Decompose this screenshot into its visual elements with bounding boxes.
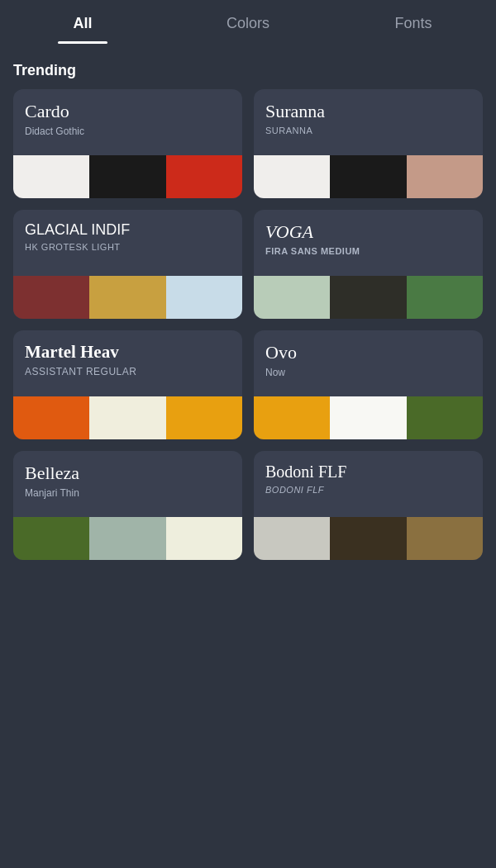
card-subtitle-ovo: Now	[265, 367, 471, 378]
swatch-ovo-1	[330, 396, 406, 439]
swatch-voga-1	[330, 276, 406, 319]
swatch-glacial-2	[166, 276, 242, 319]
card-subtitle-suranna: SURANNA	[265, 126, 471, 135]
card-ovo[interactable]: OvoNow	[254, 330, 483, 439]
color-row-cardo	[13, 155, 242, 198]
cards-grid: CardoDidact GothicSurannaSURANNAGLACIAL …	[0, 89, 496, 573]
swatch-ovo-2	[407, 396, 483, 439]
swatch-cardo-1	[89, 155, 165, 198]
card-title-martel: Martel Heav	[25, 342, 231, 363]
card-title-cardo: Cardo	[25, 101, 231, 122]
card-bodoni[interactable]: Bodoni FLFBODONI FLF	[254, 451, 483, 560]
card-title-glacial: GLACIAL INDIF	[25, 221, 231, 239]
swatch-suranna-0	[254, 155, 330, 198]
swatch-bodoni-1	[330, 517, 406, 560]
swatch-martel-0	[13, 396, 89, 439]
swatch-suranna-2	[407, 155, 483, 198]
swatch-ovo-0	[254, 396, 330, 439]
swatch-martel-1	[89, 396, 165, 439]
swatch-glacial-1	[89, 276, 165, 319]
tab-bar: All Colors Fonts	[0, 0, 496, 44]
card-subtitle-martel: ASSISTANT REGULAR	[25, 366, 231, 377]
color-row-belleza	[13, 517, 242, 560]
tab-colors[interactable]: Colors	[165, 15, 331, 44]
card-cardo[interactable]: CardoDidact Gothic	[13, 89, 242, 198]
swatch-martel-2	[166, 396, 242, 439]
card-title-ovo: Ovo	[265, 342, 471, 363]
section-title: Trending	[0, 44, 496, 89]
swatch-belleza-0	[13, 517, 89, 560]
swatch-bodoni-0	[254, 517, 330, 560]
card-subtitle-glacial: HK GROTESK LIGHT	[25, 242, 231, 252]
card-belleza[interactable]: BellezaManjari Thin	[13, 451, 242, 560]
card-title-voga: VOGA	[265, 221, 471, 243]
swatch-belleza-2	[166, 517, 242, 560]
swatch-voga-0	[254, 276, 330, 319]
card-martel[interactable]: Martel HeavASSISTANT REGULAR	[13, 330, 242, 439]
card-glacial[interactable]: GLACIAL INDIFHK GROTESK LIGHT	[13, 210, 242, 319]
swatch-voga-2	[407, 276, 483, 319]
color-row-bodoni	[254, 517, 483, 560]
swatch-suranna-1	[330, 155, 406, 198]
card-title-suranna: Suranna	[265, 101, 471, 122]
tab-fonts[interactable]: Fonts	[331, 15, 496, 44]
color-row-ovo	[254, 396, 483, 439]
card-voga[interactable]: VOGAFIRA SANS MEDIUM	[254, 210, 483, 319]
card-suranna[interactable]: SurannaSURANNA	[254, 89, 483, 198]
card-subtitle-cardo: Didact Gothic	[25, 126, 231, 137]
color-row-voga	[254, 276, 483, 319]
color-row-suranna	[254, 155, 483, 198]
card-title-bodoni: Bodoni FLF	[265, 462, 471, 481]
swatch-cardo-0	[13, 155, 89, 198]
color-row-martel	[13, 396, 242, 439]
swatch-belleza-1	[89, 517, 165, 560]
swatch-glacial-0	[13, 276, 89, 319]
card-title-belleza: Belleza	[25, 462, 231, 484]
swatch-bodoni-2	[407, 517, 483, 560]
color-row-glacial	[13, 276, 242, 319]
card-subtitle-belleza: Manjari Thin	[25, 487, 231, 499]
tab-all[interactable]: All	[0, 15, 165, 44]
swatch-cardo-2	[166, 155, 242, 198]
card-subtitle-bodoni: BODONI FLF	[265, 485, 471, 495]
card-subtitle-voga: FIRA SANS MEDIUM	[265, 246, 471, 256]
